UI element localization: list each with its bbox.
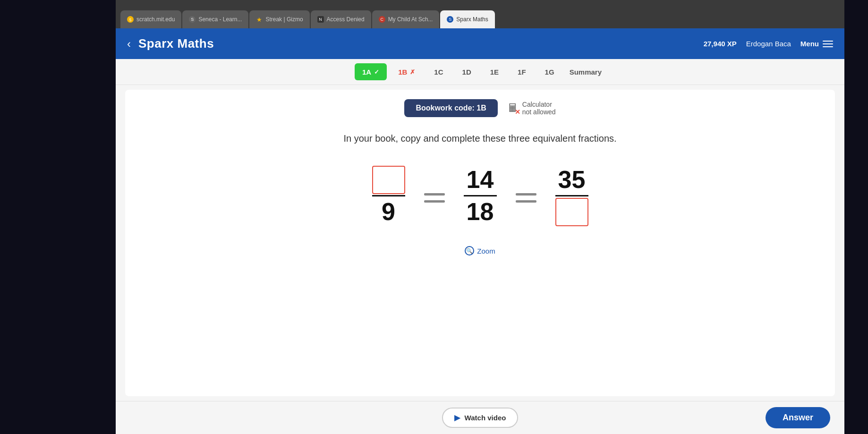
fraction-1: 9 — [372, 164, 405, 227]
calculator-not-allowed: not allowed — [522, 108, 556, 116]
hamburger-icon — [823, 41, 833, 47]
browser-tab-scratch[interactable]: s scratch.mit.edu — [120, 10, 181, 28]
browser-tab-streak[interactable]: ★ Streak | Gizmo — [249, 10, 309, 28]
header-right: 27,940 XP Erdogan Baca Menu — [704, 40, 833, 48]
zoom-label: Zoom — [477, 247, 495, 255]
menu-label: Menu — [800, 40, 819, 48]
fraction-1-denominator: 9 — [382, 196, 395, 227]
video-icon: ▶ — [454, 413, 460, 422]
section-1F-label: 1F — [518, 68, 526, 76]
equals-bar-bottom-2 — [516, 200, 536, 203]
fraction-2-denominator: 18 — [467, 196, 494, 227]
section-tab-1D[interactable]: 1D — [455, 63, 479, 80]
tab-label-mychild: My Child At Sch... — [388, 16, 433, 23]
x-icon: ✗ — [410, 68, 415, 76]
bg-left — [0, 0, 116, 434]
section-tab-bar: 1A ✓ 1B ✗ 1C 1D 1E 1F 1G Summary — [116, 59, 844, 85]
section-1B-label: 1B — [398, 68, 407, 76]
fraction-1-numerator — [372, 164, 405, 195]
tab-label-access: Access Denied — [327, 16, 365, 23]
tab-label-streak: Streak | Gizmo — [265, 16, 303, 23]
browser-tab-mychild[interactable]: C My Child At Sch... — [372, 10, 440, 28]
tab-label-seneca: Seneca - Learn... — [198, 16, 242, 23]
equals-sign-1 — [424, 193, 445, 203]
calculator-x-icon: ✕ — [515, 108, 520, 116]
tab-favicon-access: N — [317, 16, 324, 23]
browser-tab-access[interactable]: N Access Denied — [311, 10, 371, 28]
browser-tabs-bar: s scratch.mit.edu S Seneca - Learn... ★ … — [116, 0, 844, 28]
fraction-3-numerator: 35 — [558, 164, 586, 195]
section-1E-label: 1E — [490, 68, 499, 76]
equals-sign-2 — [516, 193, 536, 203]
section-1C-label: 1C — [434, 68, 443, 76]
tab-favicon-sparx: S — [447, 16, 453, 23]
xp-display: 27,940 XP — [704, 40, 737, 48]
tab-favicon-scratch: s — [127, 16, 134, 23]
calculator-status: 🖩 ✕ Calculator not allowed — [507, 101, 556, 116]
equals-bar-top-2 — [516, 193, 536, 196]
app-container: ‹ Sparx Maths 27,940 XP Erdogan Baca Men… — [116, 28, 844, 434]
bottom-bar: ▶ Watch video Answer — [116, 401, 844, 434]
answer-label: Answer — [783, 413, 813, 422]
section-tab-1E[interactable]: 1E — [483, 63, 506, 80]
back-button[interactable]: ‹ — [127, 37, 131, 51]
section-tab-1F[interactable]: 1F — [510, 63, 534, 80]
bg-right — [844, 0, 868, 434]
browser-tab-seneca[interactable]: S Seneca - Learn... — [182, 10, 248, 28]
summary-tab[interactable]: Summary — [566, 68, 605, 76]
math-display: 9 14 18 35 — [372, 164, 588, 227]
section-tab-1B[interactable]: 1B ✗ — [391, 63, 423, 80]
fraction-2-numerator: 14 — [467, 164, 494, 195]
tab-label-scratch: scratch.mit.edu — [136, 16, 175, 23]
zoom-icon: 🔍 — [465, 246, 474, 255]
bookwork-bar: Bookwork code: 1B 🖩 ✕ Calculator not all… — [404, 99, 555, 117]
checkmark-icon: ✓ — [374, 68, 379, 76]
section-tab-1G[interactable]: 1G — [537, 63, 562, 80]
fraction-2: 14 18 — [464, 164, 497, 227]
tab-favicon-streak: ★ — [256, 16, 263, 23]
equals-bar-bottom-1 — [424, 200, 445, 203]
answer-button[interactable]: Answer — [766, 407, 830, 428]
bookwork-code: Bookwork code: 1B — [404, 99, 497, 117]
question-text: In your book, copy and complete these th… — [343, 131, 616, 145]
fraction-3: 35 — [555, 164, 588, 227]
user-name: Erdogan Baca — [746, 40, 791, 48]
app-title: Sparx Maths — [138, 36, 214, 51]
app-header: ‹ Sparx Maths 27,940 XP Erdogan Baca Men… — [116, 28, 844, 59]
tab-favicon-mychild: C — [379, 16, 385, 23]
section-1D-label: 1D — [462, 68, 471, 76]
section-tab-1A[interactable]: 1A ✓ — [355, 63, 387, 80]
tab-label-sparx: Sparx Maths — [456, 16, 488, 23]
watch-video-label: Watch video — [465, 414, 506, 422]
fraction-3-denominator-box — [555, 198, 588, 226]
menu-button[interactable]: Menu — [800, 40, 833, 48]
fraction-1-numerator-box — [372, 166, 405, 194]
section-1A-label: 1A — [362, 68, 371, 76]
section-tab-1C[interactable]: 1C — [426, 63, 451, 80]
browser-tab-sparx[interactable]: S Sparx Maths — [440, 10, 494, 28]
section-1G-label: 1G — [545, 68, 554, 76]
zoom-button[interactable]: 🔍 Zoom — [465, 246, 495, 255]
calculator-label: Calculator — [522, 101, 556, 108]
content-area: Bookwork code: 1B 🖩 ✕ Calculator not all… — [125, 90, 835, 396]
tab-favicon-seneca: S — [189, 16, 196, 23]
equals-bar-top-1 — [424, 193, 445, 196]
summary-label: Summary — [570, 68, 602, 76]
calculator-text: Calculator not allowed — [522, 101, 556, 116]
calculator-icon-container: 🖩 ✕ — [507, 102, 519, 115]
watch-video-button[interactable]: ▶ Watch video — [442, 408, 519, 428]
fraction-3-denominator — [555, 196, 588, 227]
